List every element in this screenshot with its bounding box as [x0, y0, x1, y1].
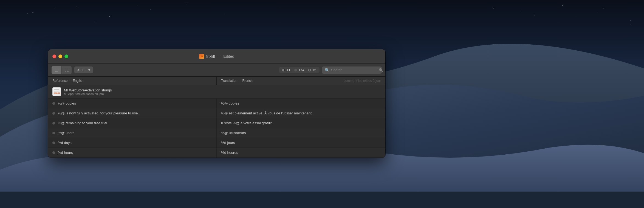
stat-half: 11 [282, 68, 290, 72]
status-indicator [52, 102, 55, 105]
svg-point-4 [151, 9, 151, 10]
source-text: %d hours [58, 151, 73, 155]
stat-full-count: 174 [298, 68, 304, 72]
table-row[interactable]: %@ users %@ utilisateurs [48, 128, 385, 138]
source-cell: %@ copies [48, 99, 217, 108]
svg-point-9 [631, 20, 631, 21]
status-indicator [52, 141, 55, 144]
svg-point-10 [186, 4, 187, 4]
source-text: %d days [58, 141, 72, 145]
file-entry-row: STRINGS MFWebStoreActivation.strings MFA… [48, 85, 385, 99]
search-icon: 🔍 [325, 68, 329, 72]
translation-text: %@ copies [221, 101, 239, 105]
status-indicator [52, 112, 55, 115]
stat-equal: 15 [308, 68, 316, 72]
svg-point-8 [598, 12, 598, 13]
svg-point-3 [109, 16, 110, 17]
svg-rect-15 [55, 71, 58, 71]
source-cell: %@ is now fully activated, for your plea… [48, 108, 217, 118]
translation-cell: %@ copies [217, 99, 385, 108]
svg-rect-19 [67, 70, 69, 70]
translation-cell: %@ est pleinement activé. À vous de l'ut… [217, 108, 385, 118]
window-title: xliff fr.xliff — Edited [199, 54, 234, 59]
table-row[interactable]: %@ is now fully activated, for your plea… [48, 108, 385, 118]
format-chevron-icon: ▾ [88, 68, 90, 72]
traffic-lights [52, 54, 68, 58]
svg-point-2 [77, 7, 77, 7]
svg-point-6 [535, 15, 535, 16]
translation-rows: %@ copies %@ copies %@ is now fully acti… [48, 99, 385, 158]
stat-half-dot [282, 69, 285, 71]
svg-rect-13 [55, 69, 58, 69]
left-column-header: Reference — English [48, 77, 217, 85]
search-input[interactable] [331, 68, 377, 72]
svg-point-1 [33, 12, 33, 13]
svg-rect-16 [65, 69, 66, 69]
stat-equal-dot [308, 69, 311, 71]
title-filename: fr.xliff [206, 54, 215, 59]
source-text: %@ is now fully activated, for your plea… [58, 111, 139, 115]
svg-rect-12 [0, 192, 644, 208]
file-path: MFAppStoreValidation/en.lproj [64, 92, 112, 96]
file-type-icon: STRINGS [52, 87, 61, 96]
stats-group: 11 174 15 [279, 67, 320, 73]
status-indicator [52, 122, 55, 125]
toolbar: XLIFF ▾ 11 174 15 🔍 [48, 63, 385, 77]
source-text: %@ copies [58, 101, 76, 105]
search-advanced-button[interactable] [379, 68, 383, 72]
status-indicator [52, 151, 55, 154]
double-layout-button[interactable] [62, 66, 72, 74]
translation-cell: %d jours [217, 138, 385, 148]
maximize-button[interactable] [64, 54, 68, 58]
source-cell: %@ remaining to your free trial. [48, 118, 217, 128]
table-row[interactable]: %d days %d jours [48, 138, 385, 148]
stat-half-count: 11 [286, 68, 290, 72]
format-selector[interactable]: XLIFF ▾ [74, 66, 93, 74]
layout-button-group [51, 66, 72, 74]
translation-cell: %d heures [217, 148, 385, 157]
search-container: 🔍 [322, 66, 382, 74]
title-separator: — [217, 54, 221, 59]
translation-text: %@ utilisateurs [221, 131, 246, 135]
source-text: %@ remaining to your free trial. [58, 121, 108, 125]
translation-cell: %@ utilisateurs [217, 128, 385, 138]
translation-text: %d heures [221, 151, 238, 155]
translation-text: %d jours [221, 141, 235, 145]
table-row[interactable]: %d hours %d heures [48, 148, 385, 158]
column-headers: Reference — English Translation — French… [48, 77, 385, 85]
file-info: MFWebStoreActivation.strings MFAppStoreV… [64, 88, 112, 96]
table-row[interactable]: %@ remaining to your free trial. Il rest… [48, 118, 385, 128]
double-col-icon [64, 68, 69, 72]
header-overlay-text: comment les mises à jour [344, 79, 381, 83]
right-column-header: Translation — French comment les mises à… [217, 77, 385, 85]
source-cell: %@ users [48, 128, 217, 138]
app-window: xliff fr.xliff — Edited [48, 49, 385, 158]
single-col-icon [54, 68, 59, 72]
source-cell: %d hours [48, 148, 217, 157]
source-cell: %d days [48, 138, 217, 148]
svg-point-7 [562, 5, 563, 6]
translation-text: Il reste %@ à votre essai gratuit. [221, 121, 273, 125]
svg-rect-14 [55, 70, 58, 70]
format-label: XLIFF [77, 68, 87, 72]
stat-equal-count: 15 [312, 68, 316, 72]
svg-point-5 [493, 8, 494, 8]
svg-rect-18 [65, 70, 66, 70]
title-edited-status: Edited [223, 54, 234, 59]
stat-full: 174 [294, 68, 304, 72]
table-row[interactable]: %@ copies %@ copies [48, 99, 385, 108]
minimize-button[interactable] [58, 54, 62, 58]
translation-cell: Il reste %@ à votre essai gratuit. [217, 118, 385, 128]
svg-rect-21 [67, 71, 69, 71]
svg-rect-17 [67, 69, 69, 69]
source-text: %@ users [58, 131, 74, 135]
titlebar: xliff fr.xliff — Edited [48, 49, 385, 63]
stat-full-dot [294, 69, 297, 71]
translation-text: %@ est pleinement activé. À vous de l'ut… [221, 111, 313, 115]
search-advanced-icon [379, 68, 383, 72]
file-type-icon: xliff [199, 54, 204, 59]
single-layout-button[interactable] [52, 66, 62, 74]
status-indicator [52, 132, 55, 134]
close-button[interactable] [52, 54, 56, 58]
svg-point-11 [225, 13, 225, 14]
